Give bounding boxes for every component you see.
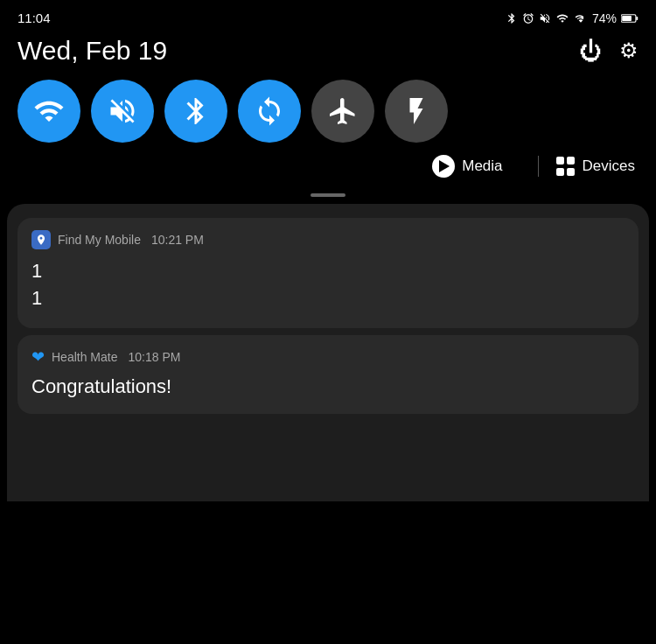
find-my-mobile-icon: [31, 230, 51, 249]
date-display: Wed, Feb 19: [17, 36, 167, 66]
svg-rect-2: [622, 15, 632, 20]
date-row: Wed, Feb 19 ⏻ ⚙: [0, 32, 656, 80]
tile-bluetooth[interactable]: [164, 80, 227, 143]
find-my-mobile-body: 1 1: [31, 258, 625, 312]
tile-sync[interactable]: [238, 80, 301, 143]
play-icon: [432, 155, 455, 178]
media-label: Media: [462, 158, 502, 175]
notif-header-fmm: Find My Mobile 10:21 PM: [31, 230, 625, 249]
find-my-mobile-time: 10:21 PM: [151, 233, 204, 247]
signal-icon: [574, 12, 588, 24]
notification-area: Find My Mobile 10:21 PM 1 1 ❤ Health Mat…: [7, 204, 649, 501]
find-my-mobile-app-name: Find My Mobile: [58, 233, 141, 247]
tile-airplane[interactable]: [311, 80, 374, 143]
media-devices-row: Media Devices: [0, 143, 656, 190]
devices-button[interactable]: Devices: [556, 157, 635, 176]
notification-find-my-mobile[interactable]: Find My Mobile 10:21 PM 1 1: [17, 218, 639, 328]
settings-button[interactable]: ⚙: [619, 38, 639, 63]
health-mate-icon: ❤: [31, 347, 45, 367]
wifi-status-icon: [555, 12, 569, 24]
health-mate-time: 10:18 PM: [128, 350, 180, 364]
devices-label: Devices: [583, 158, 635, 175]
alarm-icon: [522, 12, 534, 24]
drag-handle-bar: [311, 193, 345, 197]
time-display: 11:04: [17, 10, 51, 25]
mute-icon: [539, 12, 551, 24]
svg-rect-1: [636, 17, 638, 20]
quick-settings-row: [0, 80, 656, 143]
drag-handle: [0, 190, 656, 204]
status-bar: 11:04 74%: [0, 0, 656, 32]
battery-percent: 74%: [592, 11, 617, 25]
health-mate-app-name: Health Mate: [52, 350, 117, 364]
media-button[interactable]: Media: [432, 155, 520, 178]
header-controls: ⏻ ⚙: [579, 38, 639, 65]
notification-health-mate[interactable]: ❤ Health Mate 10:18 PM Congratulations!: [17, 335, 639, 414]
devices-dots-icon: [556, 157, 576, 176]
tile-flashlight[interactable]: [385, 80, 448, 143]
media-devices-divider: [538, 156, 539, 177]
battery-icon: [621, 13, 639, 24]
fmm-line-2: 1: [31, 285, 625, 312]
power-button[interactable]: ⏻: [579, 38, 602, 65]
tile-wifi[interactable]: [17, 80, 80, 143]
notif-header-hm: ❤ Health Mate 10:18 PM: [31, 347, 625, 367]
bluetooth-icon: [506, 11, 518, 25]
health-mate-body: Congratulations!: [31, 375, 625, 398]
status-icons: 74%: [506, 11, 639, 25]
play-triangle: [439, 160, 450, 172]
fmm-line-1: 1: [31, 258, 625, 285]
tile-mute[interactable]: [91, 80, 154, 143]
